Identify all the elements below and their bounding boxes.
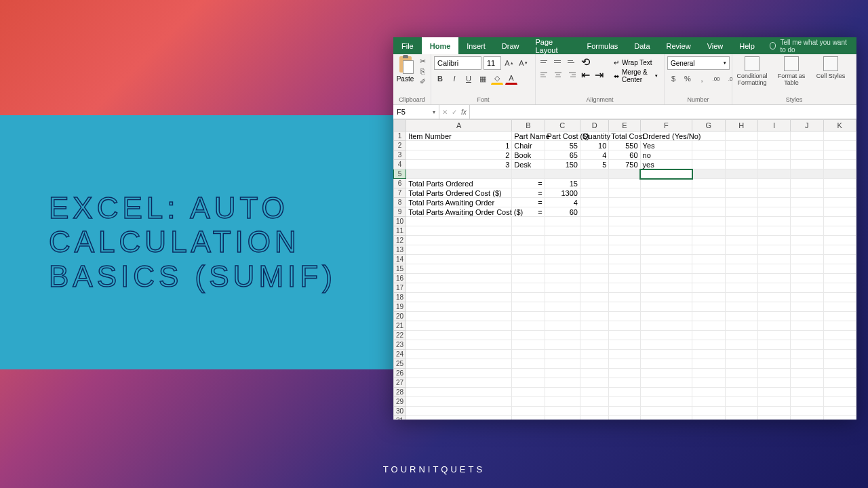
cell[interactable]: 10 <box>580 141 608 150</box>
cell[interactable] <box>791 245 823 255</box>
cell[interactable] <box>406 274 512 283</box>
decrease-font-button[interactable]: A▼ <box>517 57 530 69</box>
cell[interactable]: no <box>640 150 692 160</box>
cell[interactable] <box>791 331 823 340</box>
name-box[interactable]: F5 ▾ <box>393 105 439 119</box>
cell[interactable]: 55 <box>545 141 580 150</box>
col-header-A[interactable]: A <box>406 120 512 131</box>
cell[interactable]: 150 <box>545 160 580 169</box>
cell[interactable] <box>823 283 856 293</box>
font-size-select[interactable] <box>484 56 501 70</box>
cell[interactable] <box>757 141 790 150</box>
cell[interactable] <box>692 340 725 350</box>
cell[interactable] <box>512 321 545 331</box>
cell[interactable] <box>791 160 823 169</box>
align-center-button[interactable] <box>552 69 564 80</box>
cell[interactable] <box>725 302 757 312</box>
cell[interactable] <box>725 160 757 169</box>
cell[interactable]: = <box>512 188 545 198</box>
cell[interactable] <box>757 131 790 141</box>
cell[interactable] <box>791 169 823 179</box>
tab-home[interactable]: Home <box>422 37 459 54</box>
cell[interactable] <box>791 141 823 150</box>
cell[interactable] <box>640 302 692 312</box>
cell[interactable] <box>406 340 512 350</box>
cell[interactable] <box>406 255 512 264</box>
cell[interactable] <box>823 150 856 160</box>
cell[interactable] <box>609 359 640 369</box>
cell[interactable] <box>545 369 580 378</box>
cell[interactable] <box>725 264 757 274</box>
cell[interactable] <box>580 264 608 274</box>
currency-button[interactable]: $ <box>667 73 679 85</box>
cell[interactable] <box>692 169 725 179</box>
cell[interactable]: Total Parts Awaiting Order Cost ($) <box>406 207 512 217</box>
font-name-select[interactable] <box>434 56 481 70</box>
cell[interactable] <box>757 302 790 312</box>
cell[interactable] <box>406 264 512 274</box>
cell[interactable]: 65 <box>545 150 580 160</box>
cell[interactable] <box>757 236 790 245</box>
cell[interactable] <box>609 369 640 378</box>
cell[interactable] <box>725 179 757 188</box>
cell[interactable] <box>823 350 856 359</box>
cell[interactable] <box>609 302 640 312</box>
cell[interactable] <box>609 397 640 407</box>
cell[interactable] <box>791 397 823 407</box>
row-header[interactable]: 27 <box>394 378 406 388</box>
cell[interactable] <box>757 264 790 274</box>
cell[interactable] <box>791 131 823 141</box>
cell[interactable] <box>823 293 856 302</box>
cell[interactable] <box>609 312 640 321</box>
cell[interactable] <box>580 283 608 293</box>
cell[interactable] <box>757 340 790 350</box>
cell[interactable] <box>725 150 757 160</box>
row-header[interactable]: 31 <box>394 416 406 420</box>
row-header[interactable]: 22 <box>394 331 406 340</box>
cell[interactable] <box>545 226 580 236</box>
merge-center-button[interactable]: ⬌Merge & Center▾ <box>610 70 661 82</box>
cell[interactable] <box>406 169 512 179</box>
cell[interactable] <box>791 283 823 293</box>
cell[interactable] <box>609 245 640 255</box>
col-header-G[interactable]: G <box>692 120 725 131</box>
cell[interactable] <box>725 141 757 150</box>
cell[interactable] <box>512 340 545 350</box>
cell[interactable] <box>545 340 580 350</box>
increase-indent-button[interactable]: ⇥ <box>593 69 605 80</box>
cell[interactable] <box>512 302 545 312</box>
cell[interactable] <box>823 302 856 312</box>
cell[interactable] <box>640 388 692 397</box>
cell[interactable] <box>545 397 580 407</box>
cell[interactable] <box>580 369 608 378</box>
cell[interactable] <box>791 407 823 416</box>
cell[interactable] <box>791 236 823 245</box>
cell[interactable] <box>545 255 580 264</box>
cell[interactable] <box>512 407 545 416</box>
cell[interactable] <box>406 283 512 293</box>
cell[interactable]: yes <box>640 160 692 169</box>
cell[interactable] <box>823 397 856 407</box>
row-header[interactable]: 29 <box>394 397 406 407</box>
cell[interactable] <box>692 388 725 397</box>
cell[interactable] <box>406 236 512 245</box>
cell[interactable] <box>791 388 823 397</box>
cell[interactable] <box>580 207 608 217</box>
cell[interactable] <box>725 378 757 388</box>
cell[interactable] <box>757 179 790 188</box>
cell[interactable] <box>512 312 545 321</box>
cell[interactable] <box>609 169 640 179</box>
row-header[interactable]: 4 <box>394 160 406 169</box>
cell[interactable] <box>609 198 640 207</box>
cell[interactable] <box>791 264 823 274</box>
tab-view[interactable]: View <box>699 37 732 54</box>
cell[interactable] <box>512 226 545 236</box>
cell[interactable] <box>823 160 856 169</box>
cell[interactable] <box>757 416 790 420</box>
cell[interactable] <box>823 416 856 420</box>
cell[interactable] <box>692 302 725 312</box>
cell[interactable] <box>791 302 823 312</box>
cell[interactable] <box>757 255 790 264</box>
cell[interactable] <box>609 217 640 226</box>
format-as-table-button[interactable]: Format as Table <box>774 56 808 86</box>
